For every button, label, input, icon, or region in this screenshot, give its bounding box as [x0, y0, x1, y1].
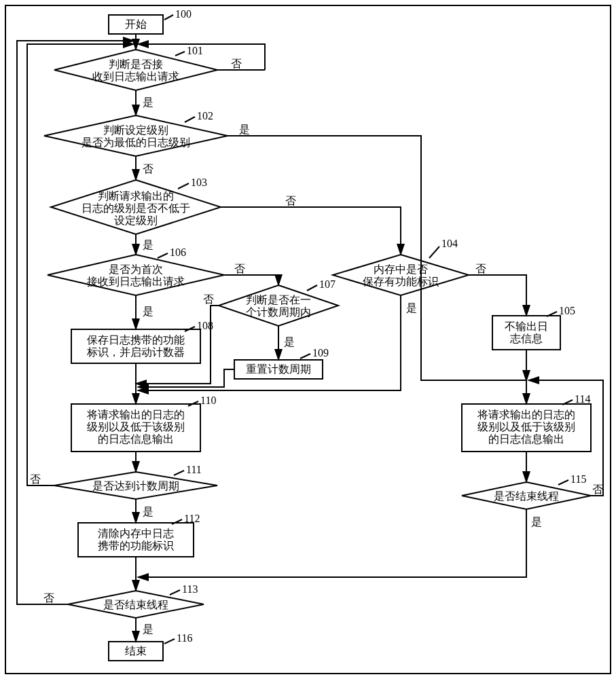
svg-text:携带的功能标识: 携带的功能标识	[98, 540, 174, 551]
svg-text:是: 是	[143, 623, 153, 635]
svg-text:将请求输出的日志的: 将请求输出的日志的	[86, 409, 185, 420]
svg-text:标识，并启动计数器: 标识，并启动计数器	[86, 346, 185, 358]
svg-text:保存日志携带的功能: 保存日志携带的功能	[87, 334, 185, 346]
svg-text:设定级别: 设定级别	[114, 215, 158, 226]
svg-text:是: 是	[143, 239, 153, 251]
svg-text:是否为最低的日志级别: 是否为最低的日志级别	[81, 136, 190, 148]
svg-text:114: 114	[575, 393, 590, 405]
svg-text:110: 110	[200, 394, 216, 406]
svg-text:是: 是	[143, 506, 153, 517]
svg-text:个计数周期内: 个计数周期内	[246, 306, 311, 318]
svg-text:是否为首次: 是否为首次	[109, 263, 163, 275]
svg-text:将请求输出的日志的: 将请求输出的日志的	[477, 409, 575, 420]
svg-text:的日志信息输出: 的日志信息输出	[488, 433, 564, 445]
svg-text:是: 是	[284, 336, 295, 348]
svg-text:保存有功能标识: 保存有功能标识	[363, 276, 439, 287]
svg-text:是: 是	[143, 306, 153, 317]
svg-text:否: 否	[475, 263, 486, 274]
svg-text:级别以及低于该级别: 级别以及低于该级别	[87, 421, 185, 433]
svg-text:否: 否	[234, 263, 245, 274]
svg-text:开始: 开始	[125, 18, 147, 30]
svg-text:结束: 结束	[125, 645, 147, 657]
svg-text:101: 101	[187, 45, 203, 56]
svg-text:116: 116	[177, 632, 192, 644]
svg-text:是否结束线程: 是否结束线程	[494, 490, 559, 502]
svg-text:否: 否	[43, 592, 54, 604]
svg-text:107: 107	[319, 278, 336, 290]
svg-text:是: 是	[239, 124, 250, 135]
svg-text:否: 否	[592, 483, 603, 495]
svg-text:否: 否	[285, 195, 296, 206]
svg-text:111: 111	[186, 464, 202, 475]
svg-text:否: 否	[203, 293, 214, 305]
svg-text:是: 是	[531, 516, 542, 528]
svg-text:的日志信息输出: 的日志信息输出	[98, 433, 174, 445]
svg-text:判断请求输出的: 判断请求输出的	[98, 190, 174, 202]
svg-text:重置计数周期: 重置计数周期	[246, 363, 311, 375]
svg-text:是否结束线程: 是否结束线程	[103, 599, 168, 610]
svg-text:判断是否在一: 判断是否在一	[246, 294, 311, 306]
svg-text:收到日志输出请求: 收到日志输出请求	[92, 71, 179, 82]
svg-text:103: 103	[191, 177, 207, 188]
svg-text:102: 102	[197, 110, 213, 122]
svg-text:清除内存中日志: 清除内存中日志	[98, 528, 174, 539]
svg-text:是: 是	[406, 302, 417, 314]
svg-text:接收到日志输出请求: 接收到日志输出请求	[87, 276, 185, 287]
svg-text:是: 是	[143, 96, 153, 108]
svg-text:级别以及低于该级别: 级别以及低于该级别	[477, 421, 575, 433]
svg-text:是否达到计数周期: 是否达到计数周期	[92, 480, 179, 492]
svg-text:判断是否接: 判断是否接	[109, 58, 163, 70]
svg-text:100: 100	[175, 8, 192, 20]
svg-text:115: 115	[570, 473, 586, 485]
svg-text:104: 104	[441, 238, 458, 249]
svg-text:日志的级别是否不低于: 日志的级别是否不低于	[81, 202, 190, 214]
svg-text:113: 113	[182, 583, 198, 595]
svg-text:内存中是否: 内存中是否	[374, 263, 428, 275]
svg-text:112: 112	[184, 513, 200, 524]
svg-text:109: 109	[312, 347, 329, 359]
svg-text:不输出日: 不输出日	[505, 320, 548, 332]
svg-text:志信息: 志信息	[510, 333, 543, 344]
svg-text:否: 否	[30, 473, 41, 485]
svg-text:105: 105	[559, 305, 575, 316]
svg-text:判断设定级别: 判断设定级别	[103, 124, 168, 136]
svg-text:否: 否	[143, 163, 153, 175]
svg-text:否: 否	[231, 58, 242, 69]
svg-text:106: 106	[170, 246, 186, 258]
